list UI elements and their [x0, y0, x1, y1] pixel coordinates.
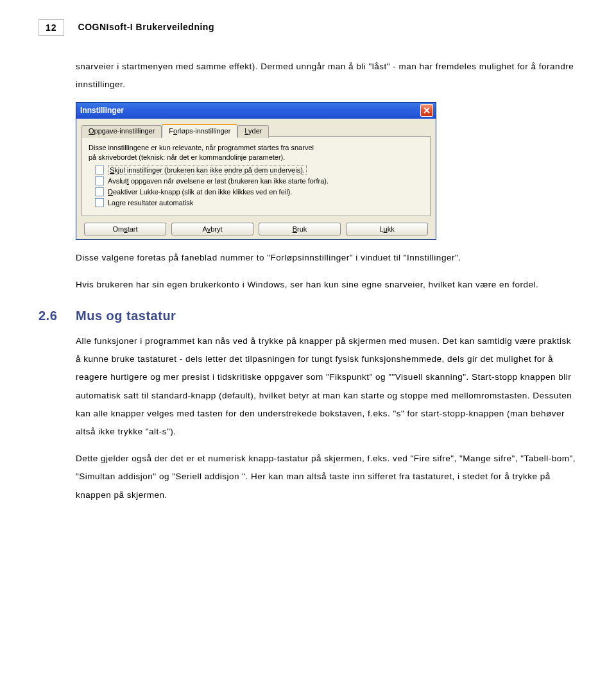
cancel-button[interactable]: Avbryt [171, 223, 253, 235]
dialog-titlebar: Innstillinger [76, 103, 436, 119]
close-button[interactable]: Lukk [346, 223, 428, 235]
intro-paragraph: snarveier i startmenyen med samme effekt… [76, 58, 578, 94]
checkbox-disable-close[interactable] [95, 187, 104, 196]
dialog-description: Disse innstillingene er kun relevante, n… [89, 143, 424, 162]
settings-dialog: Innstillinger Oppgave-innstillinger Forl… [76, 102, 436, 241]
checkbox-label: Avslutt oppgaven når øvelsene er løst (b… [108, 177, 329, 185]
tab-flow-settings[interactable]: Forløps-innstillinger [162, 124, 237, 137]
section-number: 2.6 [38, 309, 62, 323]
checkbox-label: Deaktiver Lukke-knapp (slik at den ikke … [108, 188, 292, 196]
checkbox-save-auto[interactable] [95, 198, 104, 207]
apply-button[interactable]: Bruk [259, 223, 341, 235]
checkbox-label: Skjul innstillinger (brukeren kan ikke e… [108, 166, 307, 175]
tab-task-settings[interactable]: Oppgave-innstillinger [81, 125, 162, 138]
checkbox-hide-settings[interactable] [95, 166, 104, 175]
section-p1: Alle funksjoner i programmet kan nås ved… [76, 332, 578, 441]
checkbox-label: Lagre resultater automatisk [108, 199, 193, 207]
after-dialog-p2: Hvis brukeren har sin egen brukerkonto i… [76, 276, 578, 294]
after-dialog-p1: Disse valgene foretas på faneblad nummer… [76, 249, 578, 267]
tab-sounds[interactable]: Lyder [237, 125, 269, 138]
checkbox-end-task[interactable] [95, 176, 104, 185]
close-icon[interactable] [420, 104, 433, 117]
page-number: 12 [38, 19, 64, 36]
section-title: Mus og tastatur [76, 309, 176, 323]
section-p2: Dette gjelder også der det er et numeris… [76, 450, 578, 504]
doc-title: COGNIsoft-I Brukerveiledning [78, 19, 214, 32]
restart-button[interactable]: Omstart [84, 223, 166, 235]
dialog-title: Innstillinger [80, 106, 124, 115]
